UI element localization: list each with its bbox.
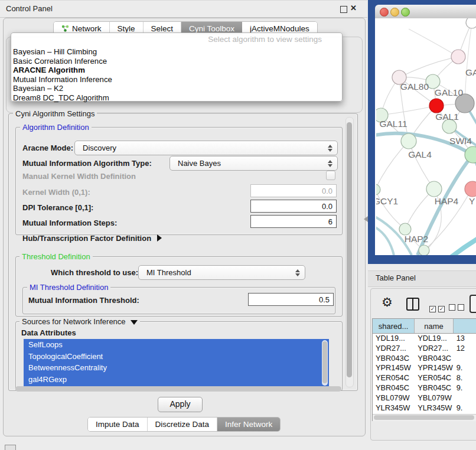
table-cell[interactable]: YBR043C (415, 354, 454, 364)
table-panel-title: Table Panel (376, 273, 416, 282)
network-node[interactable] (426, 181, 442, 197)
table-cell[interactable]: YPR145W (415, 363, 454, 373)
attributes-scrollbar[interactable] (322, 340, 328, 386)
algorithm-option[interactable]: Bayesian – Hill Climbing (11, 47, 342, 57)
scrollbar-thumb[interactable] (322, 341, 327, 383)
attribute-item[interactable]: TopologicalCoefficient (24, 351, 329, 363)
gear-icon[interactable]: ⚙ (382, 295, 393, 309)
algorithm-placeholder: Select algorithm to view settings (11, 33, 342, 47)
table-cell[interactable]: 9. (454, 383, 476, 393)
table-cell[interactable]: 8. (454, 373, 476, 383)
dpi-tolerance-input[interactable] (250, 200, 337, 213)
network-graph[interactable]: GALGAL80GAL10GAL1GAL11SWI4GAL4GCY1HAP4YH… (376, 18, 476, 255)
scrollbar-thumb[interactable] (374, 415, 474, 420)
tab-discretize-data[interactable]: Discretize Data (148, 418, 218, 431)
table-row[interactable]: YER054CYER054C8. (373, 373, 476, 383)
network-node[interactable] (465, 181, 476, 197)
attribute-item[interactable]: gal4RGexp (24, 374, 329, 386)
table-cell[interactable] (454, 393, 476, 403)
traffic-light-minimize[interactable] (390, 8, 399, 17)
table-cell[interactable]: 13 (454, 334, 476, 344)
columns-icon[interactable] (406, 298, 419, 311)
attribute-item[interactable]: SelfLoops (24, 339, 329, 351)
tab-impute-data[interactable]: Impute Data (88, 418, 148, 431)
network-node[interactable] (376, 184, 380, 195)
hub-definition-expander[interactable]: Hub/Transcription Factor Definition (22, 234, 162, 243)
network-node[interactable] (429, 99, 444, 113)
network-node[interactable] (466, 18, 476, 28)
table-cell[interactable]: YER054C (415, 373, 454, 383)
network-node[interactable] (401, 133, 416, 149)
tab-label: jActiveMNodules (250, 24, 309, 33)
table-cell[interactable]: YDL19... (415, 334, 454, 344)
algorithm-option[interactable]: Bayesian – K2 (11, 84, 342, 93)
mi-type-select[interactable]: Naive Bayes (169, 156, 338, 171)
mi-threshold-input[interactable] (248, 293, 334, 306)
column-header-shared-name[interactable]: shared... (373, 319, 415, 333)
splitter-collapse-arrow[interactable] (364, 216, 368, 222)
deselect-all-icon[interactable] (449, 302, 467, 313)
close-panel-icon[interactable]: ✕ (350, 4, 357, 12)
new-table-icon[interactable] (470, 295, 476, 313)
algorithm-option[interactable]: ARACNE Algorithm (11, 66, 342, 75)
apply-button[interactable]: Apply (158, 397, 203, 412)
tab-infer-network[interactable]: Infer Network (217, 418, 280, 431)
algorithm-dropdown-popup: Select algorithm to view settings Bayesi… (11, 32, 343, 102)
table-cell[interactable]: YBR045C (415, 383, 454, 393)
traffic-light-close[interactable] (380, 8, 389, 17)
node-label: HAP2 (405, 234, 429, 244)
network-icon (61, 25, 69, 32)
table-cell[interactable] (454, 354, 476, 364)
table-row[interactable]: YDR27...YDR27...12 (373, 344, 476, 354)
empty-box-icon (449, 304, 455, 311)
scrollbar-thumb[interactable] (347, 122, 352, 377)
table-cell[interactable]: YDR27... (373, 344, 415, 354)
sources-group-title[interactable]: Sources for Network Inference (19, 317, 140, 326)
table-cell[interactable]: 12 (454, 344, 476, 354)
tab-label: Select (151, 24, 174, 33)
algorithm-option[interactable]: Basic Correlation Inference (11, 57, 342, 66)
table-cell[interactable]: YBR043C (373, 354, 415, 364)
table-cell[interactable]: YLR345W (415, 403, 454, 413)
manual-kernel-checkbox[interactable] (326, 171, 335, 180)
table-row[interactable]: YBR045CYBR045C9. (373, 383, 476, 393)
table-cell[interactable]: YDL19... (373, 334, 415, 344)
table-cell[interactable]: YBR045C (373, 383, 415, 393)
table-cell[interactable]: YDR27... (415, 344, 454, 354)
network-node[interactable] (399, 223, 411, 235)
screen: Control Panel ✕ NetworkStyleSelectCyni T… (0, 0, 476, 450)
which-threshold-select[interactable]: MI Threshold (138, 265, 305, 280)
algorithm-option[interactable]: Mutual Information Inference (11, 75, 342, 84)
table-cell[interactable]: YER054C (373, 373, 415, 383)
table-cell[interactable]: YBL079W (373, 393, 415, 403)
table-row[interactable]: YPR145WYPR145W9. (373, 363, 476, 373)
table-cell[interactable]: YPR145W (373, 363, 415, 373)
bottom-left-panel-icon[interactable] (5, 445, 16, 450)
attribute-item[interactable]: BetweennessCentrality (24, 362, 329, 374)
float-panel-icon[interactable] (340, 6, 347, 13)
aracne-mode-select[interactable]: Discovery (74, 141, 338, 155)
table-cell[interactable]: YBL079W (415, 393, 454, 403)
network-node[interactable] (419, 245, 429, 255)
table-horizontal-scrollbar[interactable] (373, 414, 476, 421)
table-cell[interactable]: 9. (454, 403, 476, 413)
data-attributes-list[interactable]: SelfLoopsTopologicalCoefficientBetweenne… (24, 339, 329, 387)
table-row[interactable]: YDL19...YDL19...13 (373, 334, 476, 344)
table-row[interactable]: YLR345WYLR345W9. (373, 403, 476, 413)
network-node[interactable] (451, 50, 465, 64)
scrollbar-thumb[interactable] (15, 386, 341, 392)
algorithm-option[interactable]: Dream8 DC_TDC Algorithm (11, 93, 342, 103)
mi-steps-input[interactable] (250, 215, 337, 228)
column-header-partial[interactable] (454, 319, 476, 333)
select-all-icon[interactable]: ✓✓ (429, 302, 447, 313)
traffic-light-zoom[interactable] (401, 8, 410, 17)
tab-label: Discretize Data (155, 420, 210, 429)
kernel-width-input[interactable] (250, 184, 337, 197)
table-cell[interactable]: YLR345W (373, 403, 415, 413)
settings-horizontal-scrollbar[interactable] (14, 386, 344, 393)
table-row[interactable]: YBL079WYBL079W (373, 393, 476, 403)
settings-vertical-scrollbar[interactable] (345, 117, 354, 387)
column-header-name[interactable]: name (415, 319, 454, 333)
table-row[interactable]: YBR043CYBR043C (373, 354, 476, 364)
table-cell[interactable]: 9. (454, 363, 476, 373)
